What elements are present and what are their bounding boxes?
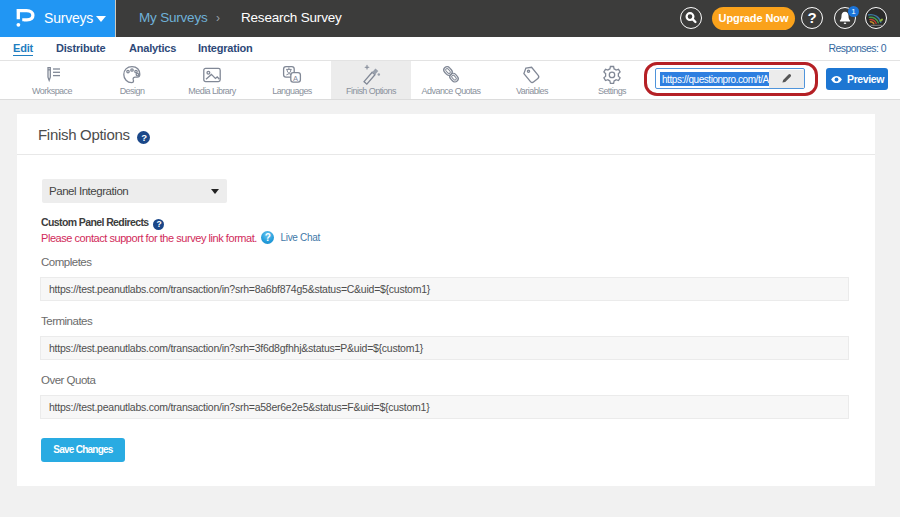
svg-text:A: A	[293, 74, 298, 83]
